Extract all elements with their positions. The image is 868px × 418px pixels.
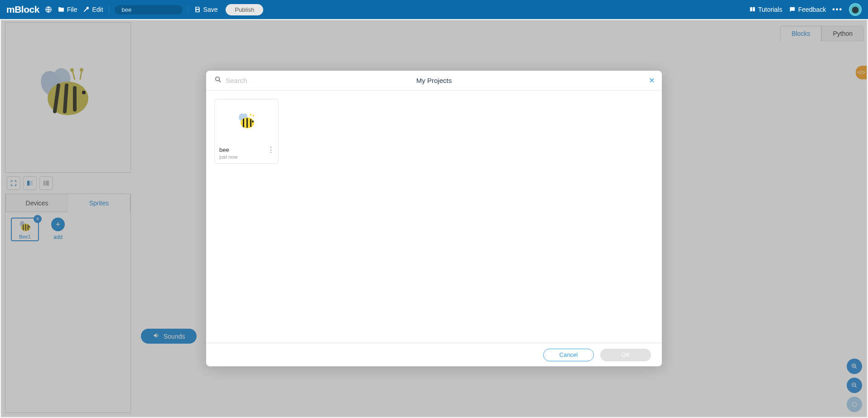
svg-rect-19 xyxy=(246,118,248,128)
chat-icon xyxy=(789,6,796,13)
project-name-input[interactable]: bee xyxy=(115,5,183,15)
svg-rect-18 xyxy=(243,118,244,127)
publish-button[interactable]: Publish xyxy=(226,4,263,15)
feedback-button[interactable]: Feedback xyxy=(789,6,826,13)
wrench-icon xyxy=(82,6,90,13)
project-name: bee xyxy=(219,146,274,153)
file-menu[interactable]: File xyxy=(58,6,77,13)
modal-body: bee just now ⋮ xyxy=(206,91,662,343)
book-icon xyxy=(749,6,756,13)
save-icon xyxy=(194,6,201,13)
project-card[interactable]: bee just now ⋮ xyxy=(214,99,279,164)
user-avatar[interactable] xyxy=(849,3,862,16)
top-bar: mBlock File Edit bee Save Publish Tutori… xyxy=(0,0,868,19)
main-area: Devices Sprites × Bee1 + add xyxy=(1,20,867,417)
bee-icon xyxy=(236,112,257,131)
svg-point-23 xyxy=(252,115,254,117)
close-icon[interactable]: ✕ xyxy=(649,76,655,85)
logo: mBlock xyxy=(6,4,39,15)
my-projects-modal: My Projects ✕ xyxy=(206,71,662,366)
project-menu-icon[interactable]: ⋮ xyxy=(267,146,275,154)
tutorials-button[interactable]: Tutorials xyxy=(749,6,782,13)
modal-footer: Cancel OK xyxy=(206,343,662,366)
cancel-button[interactable]: Cancel xyxy=(543,349,594,361)
more-menu[interactable]: ••• xyxy=(832,5,843,14)
project-time: just now xyxy=(219,154,274,160)
svg-point-22 xyxy=(250,114,251,116)
search-input[interactable] xyxy=(226,77,312,84)
save-label: Save xyxy=(203,6,218,13)
search-icon xyxy=(214,76,222,85)
language-button[interactable] xyxy=(45,6,52,13)
edit-menu[interactable]: Edit xyxy=(82,6,103,13)
globe-icon xyxy=(45,6,52,13)
modal-header: My Projects ✕ xyxy=(206,71,662,91)
ok-button[interactable]: OK xyxy=(600,349,651,361)
svg-point-14 xyxy=(216,77,220,81)
edit-label: Edit xyxy=(92,6,103,13)
svg-point-21 xyxy=(252,121,254,122)
save-button[interactable]: Save xyxy=(188,6,218,13)
file-label: File xyxy=(67,6,77,13)
folder-icon xyxy=(58,6,65,13)
svg-rect-20 xyxy=(250,119,251,127)
